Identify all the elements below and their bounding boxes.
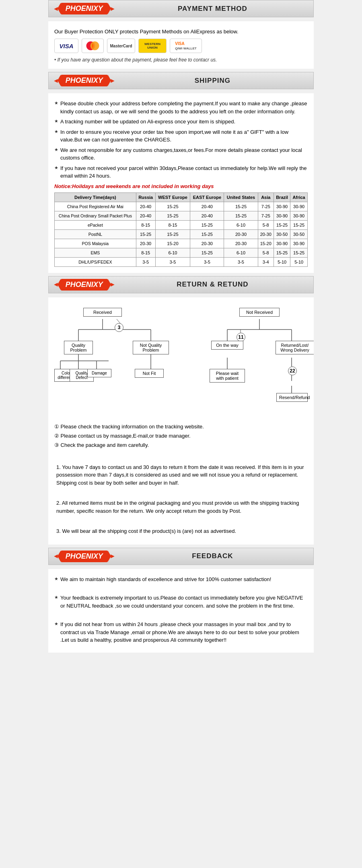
col-header-africa: Africa [290,192,308,202]
shipping-time-cell: 7-25 [258,202,274,211]
shipping-time-cell: 15-25 [290,220,308,229]
shipping-time-cell: 3-5 [155,257,190,266]
circle-1: 11 [237,333,245,342]
shipping-time-cell: 15-25 [155,202,190,211]
payment-protection-text: Our Buyer Protection ONLY protects Payme… [54,29,308,35]
shipping-time-cell: 6-10 [224,248,258,257]
svg-point-1 [90,41,99,50]
table-row: POS Malaysia20-3015-2020-3020-3015-2030-… [55,239,308,248]
not-received-box: Not Received [239,308,280,317]
shipping-time-cell: 15-25 [224,211,258,220]
shipping-time-cell: 15-20 [258,239,274,248]
shipping-time-cell: 20-30 [136,239,155,248]
table-row: DHL/UPS/FEDEX3-53-53-53-53-45-105-10 [55,257,308,266]
shipping-time-cell: 20-40 [136,211,155,220]
payment-header: ◄ PHOENIXY ► PAYMENT METHOD [48,0,314,17]
shipping-time-cell: 20-40 [136,202,155,211]
shipping-time-cell: 20-30 [224,239,258,248]
shipping-time-cell: 5-8 [258,248,274,257]
quality-problem-box: QualityProblem [64,341,93,354]
shipping-notice: Notice:Hoildays and weekends are not inc… [54,183,308,189]
shipping-time-cell: 3-4 [258,257,274,266]
western-union-icon: WESTERNUNION [138,39,167,53]
col-header-asia: Asia [258,192,274,202]
return-section-title: RETURN & RETUND [116,280,309,289]
damage-box: Damage [87,369,111,377]
table-row: China Post Registered Air Mai20-4015-252… [55,202,308,211]
note-1: ① Please check the tracking information … [54,422,308,431]
shipping-time-cell: 5-10 [290,257,308,266]
col-header-west-europe: WEST Europe [155,192,190,202]
circle-2: 22 [288,366,297,375]
shipping-bullet-1: Please double check your address before … [54,100,308,115]
shipping-time-cell: 3-5 [136,257,155,266]
shipping-method-cell: ePacket [55,220,136,229]
shipping-time-cell: 15-25 [190,248,224,257]
shipping-time-cell: 8-15 [155,220,190,229]
col-header-brazil: Brazil [274,192,290,202]
shipping-time-cell: 15-25 [190,220,224,229]
feedback-section: We aim to maintain high standards of exc… [48,569,314,653]
shipping-section-title: SHIPPING [116,77,309,85]
shipping-time-cell: 15-25 [224,202,258,211]
feedback-header: ◄ PHOENIXY ► FEEDBACK [48,548,314,565]
return-section: Received 3 QualityProblem Not QualityPro… [48,297,314,545]
maestro-icon [82,39,104,53]
col-header-russia: Russia [136,192,155,202]
payment-icons-row: VISA MasterCard WESTERNUNION VISAQIWI WA… [54,39,308,53]
brand-logo-3: PHOENIXY [61,279,108,291]
shipping-time-cell: 20-30 [224,229,258,239]
shipping-time-cell: 30-90 [290,239,308,248]
shipping-method-cell: China Post Registered Air Mai [55,202,136,211]
shipping-time-cell: 3-5 [190,257,224,266]
shipping-time-cell: 15-25 [274,248,290,257]
shipping-time-cell: 15-25 [290,248,308,257]
shipping-time-cell: 30-90 [274,211,290,220]
shipping-time-cell: 15-25 [274,220,290,229]
shipping-time-cell: 30-90 [274,202,290,211]
shipping-time-cell: 15-25 [155,211,190,220]
visa-icon: VISA [54,39,78,53]
received-box: Received [83,308,122,317]
shipping-header: ◄ PHOENIXY ► SHIPPING [48,72,314,89]
note-3: ③ Check the package and item carefully. [54,440,308,450]
shipping-time-cell: 15-25 [136,229,155,239]
shipping-time-cell: 7-25 [258,211,274,220]
shipping-time-cell: 6-10 [224,220,258,229]
shipping-bullet-2: A tracking number will be updated on Ali… [54,118,308,126]
table-row: China Post Ordinary Small Packet Plus20-… [55,211,308,220]
shipping-time-cell: 30-50 [290,229,308,239]
returned-box: Returned/Lost/Wrong Delivery [276,341,314,354]
brand-logo-2: PHOENIXY [61,75,108,86]
shipping-method-cell: DHL/UPS/FEDEX [55,257,136,266]
shipping-bullet-3: In order to ensure you receive your orde… [54,128,308,144]
shipping-bullet-5: If you have not received your parcel wit… [54,164,308,180]
shipping-time-cell: 3-5 [224,257,258,266]
feedback-bullet-2: Your feedback is extremely important to … [54,594,308,610]
return-rule-2: 2. All returned items must be in the ori… [54,499,308,515]
table-row: EMS8-156-1015-256-105-815-2515-25 [55,248,308,257]
payment-section-title: PAYMENT METHOD [116,5,309,13]
shipping-method-cell: PostNL [55,229,136,239]
return-rule-3: 3. We will bear all the shipping cost if… [54,527,308,535]
shipping-bullet-4: We are not responsible for any customs c… [54,146,308,162]
feedback-bullet-1: We aim to maintain high standards of exc… [54,575,308,583]
col-header-us: United States [224,192,258,202]
return-rule-1: 1. You have 7 days to contact us and 30 … [54,463,308,487]
resend-box: Resend/Refund [276,393,308,402]
shipping-time-cell: 30-90 [274,239,290,248]
shipping-time-cell: 15-25 [190,229,224,239]
shipping-time-cell: 20-30 [258,229,274,239]
shipping-time-cell: 8-15 [136,220,155,229]
shipping-time-cell: 30-90 [290,202,308,211]
col-header-east-europe: EAST Europe [190,192,224,202]
shipping-time-cell: 30-50 [274,229,290,239]
flow-diagram: Received 3 QualityProblem Not QualityPro… [54,305,308,418]
shipping-time-cell: 5-10 [274,257,290,266]
brand-logo-4: PHOENIXY [61,551,108,562]
note-2: ② Please contact us by massage,E-mail,or… [54,431,308,440]
on-the-way-box: On the way [211,341,243,350]
please-wait-box: Please waitwith patient [210,369,245,383]
shipping-section: Please double check your address before … [48,93,314,273]
feedback-section-title: FEEDBACK [116,552,309,560]
